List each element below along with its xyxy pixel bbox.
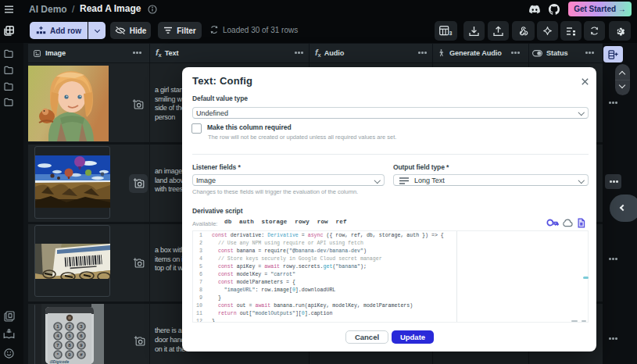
svg-text:3: 3 [449, 30, 453, 36]
svg-text:⦿Digicode: ⦿Digicode [49, 360, 69, 364]
